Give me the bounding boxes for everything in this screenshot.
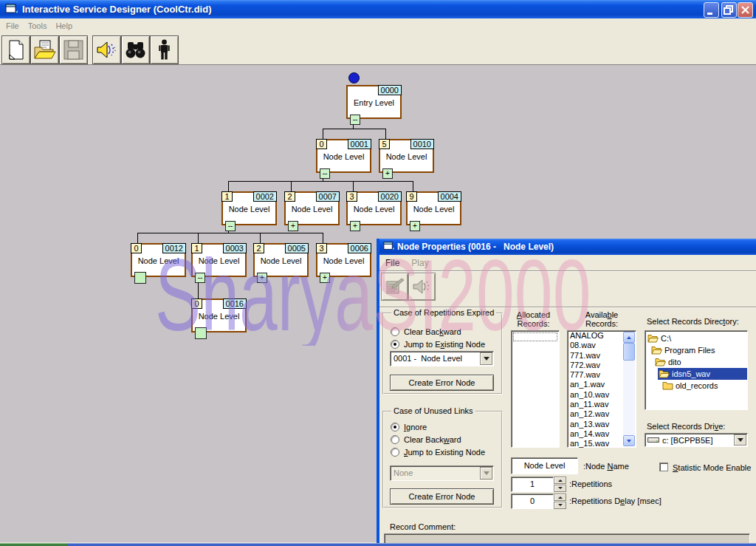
radio-label: Jump to Existing Node bbox=[404, 340, 485, 349]
connector-line bbox=[260, 233, 261, 243]
tree-node-0002[interactable]: Node Level00021-- bbox=[221, 191, 277, 225]
main-toolbar bbox=[0, 33, 756, 64]
repetitions-field[interactable]: 1 bbox=[511, 477, 554, 492]
radio-jump-to-existing[interactable] bbox=[391, 340, 399, 349]
person-button[interactable] bbox=[150, 35, 179, 64]
tree-node-0000[interactable]: Entry Level0000-- bbox=[346, 85, 402, 119]
radio-clear-backward-2[interactable] bbox=[391, 435, 399, 444]
directory-item[interactable]: dito bbox=[645, 356, 747, 368]
start-button[interactable] bbox=[0, 543, 68, 546]
available-records-list[interactable]: ANALOG08.wav771.wav772.wav777.wavan_1.wa… bbox=[567, 330, 636, 448]
repetitions-delay-label: :Repetitions Delay [msec] bbox=[569, 496, 662, 505]
repetitions-delay-down-button[interactable] bbox=[554, 502, 566, 509]
maximize-button[interactable] bbox=[721, 2, 737, 18]
available-record-item[interactable]: an_13.wav bbox=[568, 420, 624, 429]
node-port[interactable]: + bbox=[257, 273, 267, 283]
node-port[interactable]: -- bbox=[225, 221, 236, 231]
allocated-records-list[interactable] bbox=[511, 330, 560, 448]
repetitions-delay-field[interactable]: 0 bbox=[511, 494, 554, 509]
tree-node-0020[interactable]: Node Level00203+ bbox=[346, 191, 402, 225]
radio-clear-backward[interactable] bbox=[391, 327, 399, 336]
unused-links-combobox[interactable]: None bbox=[390, 465, 494, 481]
jump-node-combobox[interactable]: 0001 - Node Level bbox=[390, 351, 494, 366]
speaker-button[interactable] bbox=[92, 35, 121, 64]
combo-dropdown-button[interactable] bbox=[734, 434, 746, 446]
dialog-menu-file[interactable]: File bbox=[379, 256, 405, 268]
dialog-titlebar: Node Properties (0016 - Node Level) bbox=[379, 239, 756, 255]
node-port[interactable] bbox=[134, 272, 146, 284]
radio-jump-to-existing-2[interactable] bbox=[391, 448, 399, 457]
combo-dropdown-button[interactable] bbox=[480, 352, 492, 365]
node-port[interactable]: -- bbox=[195, 273, 205, 283]
dialog-play-speaker-button[interactable] bbox=[408, 273, 436, 301]
close-button[interactable] bbox=[738, 2, 753, 18]
node-port[interactable] bbox=[195, 327, 207, 339]
node-id: 0004 bbox=[438, 191, 461, 202]
available-record-item[interactable]: ANALOG bbox=[568, 331, 624, 341]
radio-ignore[interactable] bbox=[391, 423, 399, 431]
node-port[interactable]: + bbox=[410, 221, 420, 231]
available-record-item[interactable]: an_14.wav bbox=[568, 429, 624, 439]
available-record-item[interactable]: an_1.wav bbox=[568, 380, 624, 389]
tree-node-0016[interactable]: Node Level00160 bbox=[191, 298, 247, 332]
node-port[interactable]: + bbox=[288, 221, 298, 231]
menu-tools[interactable]: Tools bbox=[24, 18, 52, 30]
tree-node-0005[interactable]: Node Level00052+ bbox=[253, 243, 309, 277]
taskbar[interactable] bbox=[0, 543, 756, 546]
node-label: Node Level bbox=[223, 205, 275, 214]
save-floppy-button[interactable] bbox=[59, 35, 88, 64]
node-port[interactable]: + bbox=[382, 168, 393, 179]
dialog-record-note-button[interactable] bbox=[381, 273, 408, 301]
tree-node-0007[interactable]: Node Level00072+ bbox=[284, 191, 340, 225]
available-record-item[interactable]: an_10.wav bbox=[568, 390, 624, 400]
available-record-item[interactable]: 771.wav bbox=[568, 351, 624, 361]
tree-node-0010[interactable]: Node Level00105+ bbox=[379, 139, 434, 173]
directory-item[interactable]: idsn5_wav bbox=[645, 368, 747, 380]
available-record-item[interactable]: an_11.wav bbox=[568, 400, 624, 409]
create-error-node-button[interactable]: Create Error Node bbox=[390, 375, 494, 391]
dialog-menu-play[interactable]: Play bbox=[405, 256, 434, 268]
node-port[interactable]: + bbox=[320, 273, 330, 283]
directory-item[interactable]: old_records bbox=[645, 380, 747, 392]
repetitions-up-button[interactable] bbox=[554, 477, 566, 484]
connector-line bbox=[323, 129, 386, 129]
node-port[interactable]: -- bbox=[350, 115, 360, 125]
node-port[interactable]: + bbox=[350, 221, 360, 231]
directory-list[interactable]: C:\Program Filesditoidsn5_wavold_records bbox=[645, 330, 748, 410]
node-name-field[interactable]: Node Level bbox=[511, 457, 578, 474]
available-record-item[interactable]: an_15.wav bbox=[568, 439, 624, 448]
connector-line bbox=[137, 233, 138, 243]
tree-node-0001[interactable]: Node Level00010-- bbox=[316, 139, 371, 173]
available-record-item[interactable]: 777.wav bbox=[568, 370, 624, 380]
scrollbar[interactable] bbox=[623, 332, 635, 446]
node-port[interactable]: -- bbox=[320, 168, 330, 179]
tree-node-0004[interactable]: Node Level00049+ bbox=[406, 191, 461, 225]
binoculars-button[interactable] bbox=[121, 35, 150, 64]
statistic-mode-checkbox[interactable] bbox=[659, 463, 668, 471]
folder-open-icon bbox=[647, 334, 661, 343]
drive-combobox[interactable]: c: [BCPPB5E] bbox=[645, 433, 748, 447]
directory-item[interactable]: C:\ bbox=[645, 332, 747, 344]
repetitions-delay-up-button[interactable] bbox=[554, 494, 566, 501]
available-record-item[interactable]: 08.wav bbox=[568, 341, 624, 350]
combo-dropdown-button[interactable] bbox=[480, 467, 492, 480]
directory-item[interactable]: Program Files bbox=[645, 344, 747, 356]
open-folder-button[interactable] bbox=[30, 35, 59, 64]
menu-file[interactable]: File bbox=[1, 18, 24, 30]
tree-node-0012[interactable]: Node Level00120 bbox=[131, 243, 186, 277]
scroll-up-button[interactable] bbox=[623, 332, 635, 343]
scroll-thumb[interactable] bbox=[623, 343, 635, 361]
minimize-button[interactable] bbox=[704, 2, 719, 18]
available-record-item[interactable]: 772.wav bbox=[568, 361, 624, 370]
combo-value: 0001 - Node Level bbox=[394, 354, 462, 363]
tree-node-0006[interactable]: Node Level00063+ bbox=[316, 243, 371, 277]
repetitions-down-button[interactable] bbox=[554, 485, 566, 492]
available-record-item[interactable]: an_12.wav bbox=[568, 409, 624, 419]
statistic-mode-label: Statistic Mode Enable bbox=[673, 463, 751, 472]
scroll-down-button[interactable] bbox=[623, 435, 635, 446]
tree-node-0003[interactable]: Node Level00031-- bbox=[191, 243, 247, 277]
node-id: 0001 bbox=[348, 139, 371, 149]
create-error-node-button-2[interactable]: Create Error Node bbox=[390, 488, 494, 505]
new-document-button[interactable] bbox=[1, 35, 30, 64]
menu-help[interactable]: Help bbox=[51, 18, 77, 30]
